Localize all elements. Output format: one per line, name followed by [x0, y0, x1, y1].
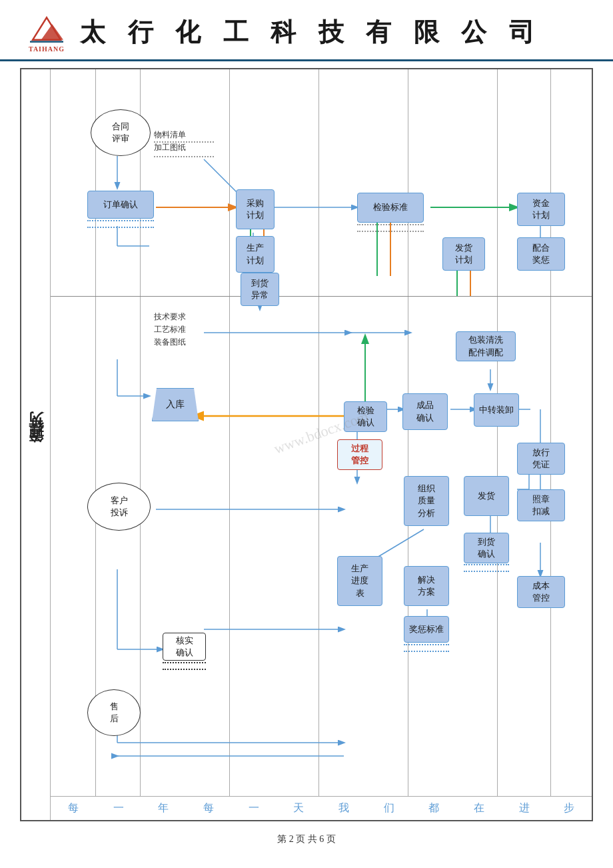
bottom-label-6: 我: [321, 801, 366, 815]
box-zhongzhuan: 中转装卸: [474, 393, 519, 427]
box-fahuo-plan: 发货计划: [442, 237, 485, 271]
box-chengpin: 成品确认: [402, 393, 448, 430]
dotted-line-2: [154, 156, 214, 157]
dotted-line-3: [357, 224, 424, 225]
dotted-line-9: [404, 644, 449, 645]
box-jiance: 检验标准: [357, 193, 424, 223]
dotted-line-11: [163, 662, 206, 663]
bottom-label-9: 在: [456, 801, 502, 815]
box-heshi: 核实确认: [163, 633, 206, 661]
box-jianyan: 检验确认: [344, 401, 387, 432]
footer: 第 2 页 共 6 页: [0, 828, 613, 848]
col-div-5: [408, 69, 408, 796]
bottom-label-1: 一: [96, 801, 141, 815]
box-dingdan: 订单确认: [87, 191, 154, 219]
dotted-line-12: [163, 669, 206, 670]
bottom-label-2: 年: [141, 801, 186, 815]
box-ruku: 入库: [152, 388, 199, 421]
col-div-6: [497, 69, 498, 796]
col-div-1: [95, 69, 96, 796]
flow-arrows: [51, 69, 592, 796]
bottom-label-3: 每: [186, 801, 231, 815]
box-kehu: 客户投诉: [87, 483, 151, 531]
svg-marker-1: [41, 24, 63, 39]
bottom-label-11: 步: [546, 801, 592, 815]
box-chengben: 成本管控: [517, 576, 565, 608]
left-label-text: 管理行为: [26, 434, 46, 455]
svg-rect-2: [30, 41, 63, 43]
bottom-label-5: 天: [276, 801, 321, 815]
dotted-line-6: [87, 227, 154, 228]
dotted-line-10: [404, 651, 449, 652]
box-daohuo: 到货异常: [241, 273, 279, 306]
logo-text: TAIHANG: [29, 45, 65, 53]
box-caigou: 采购计划: [236, 189, 275, 229]
box-hetong: 合同评审: [91, 109, 151, 156]
bottom-label-7: 们: [366, 801, 412, 815]
main-content: 管理行为: [0, 61, 613, 828]
box-fangxing: 放行凭证: [517, 443, 565, 475]
page-info: 第 2 页 共 6 页: [277, 834, 336, 844]
dotted-line-5: [87, 220, 154, 221]
bottom-label-0: 每: [51, 801, 96, 815]
left-label: 管理行为: [21, 69, 51, 820]
col-div-7: [550, 69, 551, 796]
col-div-3: [229, 69, 230, 796]
col-div-2: [140, 69, 141, 796]
header: TAIHANG 太 行 化 工 科 技 有 限 公 司: [0, 0, 613, 61]
bottom-label-8: 都: [411, 801, 456, 815]
dotted-line-8: [464, 571, 509, 572]
row-div-1: [51, 296, 592, 297]
dotted-line-7: [464, 564, 509, 565]
logo-area: TAIHANG: [27, 12, 67, 53]
box-peihe: 配合奖惩: [517, 237, 565, 271]
box-shengchan: 生产计划: [236, 236, 275, 273]
box-zijin: 资金计划: [517, 193, 565, 226]
box-baozhuang: 包装清洗配件调配: [456, 331, 516, 361]
dotted-line-1: [154, 141, 214, 143]
box-daohuo2: 到货确认: [464, 533, 509, 563]
box-guocheng: 过程管控: [337, 439, 382, 470]
bottom-labels: 每 一 年 每 一 天 我 们 都 在 进 步: [51, 796, 592, 820]
box-fahuo: 发货: [464, 476, 509, 516]
box-jiangcheng: 奖惩标准: [404, 616, 449, 643]
company-title: 太 行 化 工 科 技 有 限 公 司: [80, 15, 542, 49]
flow-area: www.bdocx.com 合同评审 物料清单 加工图纸 采购计划 检验标准: [51, 69, 592, 796]
text-jishu: 技术要求 工艺标准 装备图纸: [154, 311, 227, 347]
bottom-label-4: 一: [231, 801, 277, 815]
flow-container: 管理行为: [20, 68, 593, 821]
box-jiejue: 解决方案: [404, 566, 449, 606]
box-shouhou: 售后: [87, 689, 141, 736]
col-div-4: [318, 69, 319, 796]
box-shengchan2: 生产进度表: [337, 556, 382, 606]
box-zuzhi: 组织质量分析: [404, 476, 449, 526]
box-zhaozhang: 照章扣减: [517, 489, 565, 521]
bottom-label-10: 进: [502, 801, 547, 815]
dotted-line-4: [357, 231, 424, 232]
company-logo: [27, 12, 67, 45]
